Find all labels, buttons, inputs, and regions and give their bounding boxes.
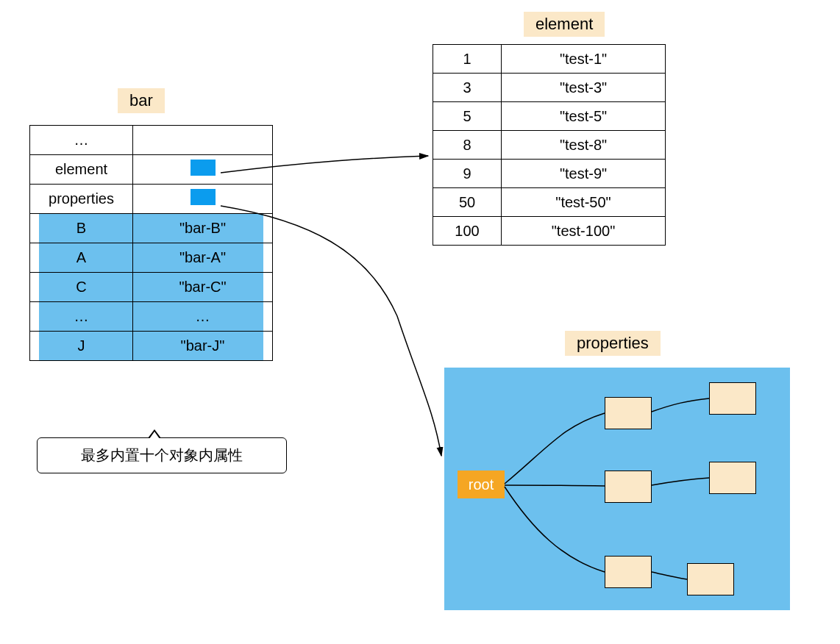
bar-hl1-v: "bar-A" <box>133 243 273 273</box>
bar-row0-v <box>133 126 273 155</box>
bar-row2-v <box>133 185 273 214</box>
bar-hl3-k: … <box>30 302 133 332</box>
bar-row0-k: … <box>30 126 133 155</box>
bar-hl0-k: B <box>30 214 133 243</box>
properties-label: properties <box>565 331 661 356</box>
root-node: root <box>458 471 505 498</box>
tree-node <box>605 471 652 503</box>
properties-panel: root <box>444 368 790 610</box>
tree-node <box>687 563 734 595</box>
el-v: "test-100" <box>502 217 666 246</box>
bar-label: bar <box>118 88 165 113</box>
table-row: … <box>30 126 273 155</box>
table-row: 5"test-5" <box>433 102 666 131</box>
pointer-icon <box>191 189 216 205</box>
bar-row1-v <box>133 155 273 185</box>
table-row: 1"test-1" <box>433 45 666 74</box>
bar-hl0-v: "bar-B" <box>133 214 273 243</box>
table-row: 100"test-100" <box>433 217 666 246</box>
table-row: 8"test-8" <box>433 131 666 160</box>
callout-note: 最多内置十个对象内属性 <box>37 437 287 473</box>
element-table: 1"test-1" 3"test-3" 5"test-5" 8"test-8" … <box>433 44 666 246</box>
el-k: 8 <box>433 131 502 160</box>
element-label: element <box>524 12 605 37</box>
el-v: "test-9" <box>502 160 666 188</box>
bar-hl2-v: "bar-C" <box>133 273 273 302</box>
tree-node <box>605 556 652 588</box>
el-k: 50 <box>433 188 502 217</box>
el-k: 9 <box>433 160 502 188</box>
pointer-icon <box>191 160 216 176</box>
bar-table: … element properties B "bar-B" A "bar-A"… <box>29 125 273 361</box>
diagram-canvas: bar … element properties B "bar-B" A "ba… <box>0 0 840 644</box>
table-row: 3"test-3" <box>433 74 666 102</box>
el-v: "test-8" <box>502 131 666 160</box>
bar-hl4-v: "bar-J" <box>133 332 273 361</box>
el-k: 5 <box>433 102 502 131</box>
bar-hl1-k: A <box>30 243 133 273</box>
table-row: 50"test-50" <box>433 188 666 217</box>
el-k: 3 <box>433 74 502 102</box>
table-row: element <box>30 155 273 185</box>
table-row: C "bar-C" <box>30 273 273 302</box>
bar-hl2-k: C <box>30 273 133 302</box>
tree-node <box>709 382 756 415</box>
bar-hl4-k: J <box>30 332 133 361</box>
tree-node <box>709 462 756 494</box>
el-v: "test-3" <box>502 74 666 102</box>
callout-text: 最多内置十个对象内属性 <box>81 447 243 463</box>
tree-node <box>605 397 652 429</box>
bar-row2-k: properties <box>30 185 133 214</box>
table-row: B "bar-B" <box>30 214 273 243</box>
el-k: 100 <box>433 217 502 246</box>
el-v: "test-1" <box>502 45 666 74</box>
el-v: "test-50" <box>502 188 666 217</box>
table-row: 9"test-9" <box>433 160 666 188</box>
el-k: 1 <box>433 45 502 74</box>
bar-row1-k: element <box>30 155 133 185</box>
table-row: properties <box>30 185 273 214</box>
bar-hl3-v: … <box>133 302 273 332</box>
table-row: A "bar-A" <box>30 243 273 273</box>
table-row: … … <box>30 302 273 332</box>
el-v: "test-5" <box>502 102 666 131</box>
table-row: J "bar-J" <box>30 332 273 361</box>
